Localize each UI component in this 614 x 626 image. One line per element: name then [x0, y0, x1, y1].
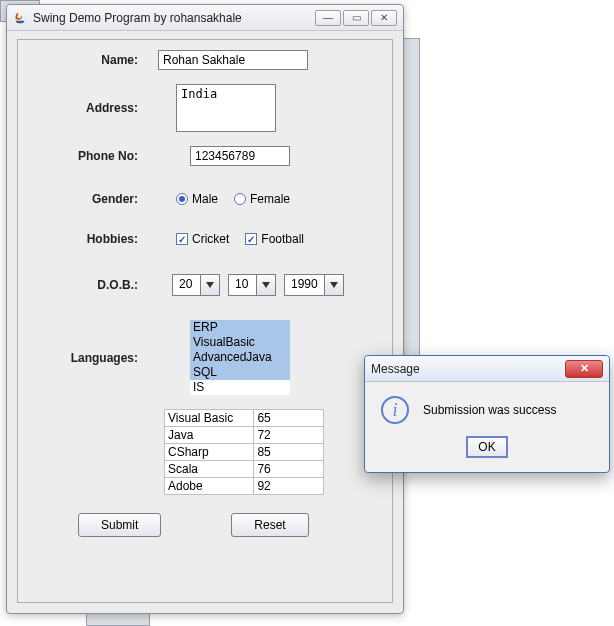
check-cricket[interactable]: ✓ Cricket	[176, 232, 229, 246]
scores-table[interactable]: Visual Basic65 Java72 CSharp85 Scala76 A…	[164, 409, 324, 495]
java-icon	[13, 11, 27, 25]
checkbox-icon: ✓	[176, 233, 188, 245]
titlebar: Swing Demo Program by rohansakhale — ▭ ✕	[7, 5, 403, 31]
dialog-titlebar: Message ✕	[365, 356, 609, 382]
dialog-close-button[interactable]: ✕	[565, 360, 603, 378]
reset-button[interactable]: Reset	[231, 513, 308, 537]
label-hobbies: Hobbies:	[18, 232, 158, 246]
window-title: Swing Demo Program by rohansakhale	[33, 11, 315, 25]
label-languages: Languages:	[18, 351, 158, 365]
table-row: Adobe92	[165, 478, 324, 494]
dob-month-value: 10	[229, 275, 257, 295]
info-icon: i	[381, 396, 409, 424]
list-item[interactable]: SQL	[190, 365, 290, 380]
name-field[interactable]	[158, 50, 308, 70]
radio-male-label: Male	[192, 192, 218, 206]
minimize-button[interactable]: —	[315, 10, 341, 26]
check-football[interactable]: ✓ Football	[245, 232, 304, 246]
main-window: Swing Demo Program by rohansakhale — ▭ ✕…	[6, 4, 404, 614]
message-dialog: Message ✕ i Submission was success OK	[364, 355, 610, 473]
dob-day-combo[interactable]: 20	[172, 274, 220, 296]
list-item[interactable]: IS	[190, 380, 290, 395]
label-address: Address:	[18, 101, 158, 115]
checkbox-icon: ✓	[245, 233, 257, 245]
chevron-down-icon	[201, 275, 219, 295]
label-phone: Phone No:	[18, 149, 158, 163]
label-dob: D.O.B.:	[18, 278, 158, 292]
table-row: Visual Basic65	[165, 410, 324, 427]
radio-icon	[234, 193, 246, 205]
label-name: Name:	[18, 53, 158, 67]
list-item[interactable]: ERP	[190, 320, 290, 335]
list-item[interactable]: VisualBasic	[190, 335, 290, 350]
dialog-text: Submission was success	[423, 403, 556, 417]
chevron-down-icon	[257, 275, 275, 295]
dob-year-combo[interactable]: 1990	[284, 274, 344, 296]
dob-month-combo[interactable]: 10	[228, 274, 276, 296]
list-item[interactable]: AdvancedJava	[190, 350, 290, 365]
label-gender: Gender:	[18, 192, 158, 206]
dob-day-value: 20	[173, 275, 201, 295]
close-button[interactable]: ✕	[371, 10, 397, 26]
table-row: Java72	[165, 427, 324, 444]
address-field[interactable]	[176, 84, 276, 132]
check-football-label: Football	[261, 232, 304, 246]
phone-field[interactable]	[190, 146, 290, 166]
radio-icon	[176, 193, 188, 205]
maximize-button[interactable]: ▭	[343, 10, 369, 26]
dob-year-value: 1990	[285, 275, 325, 295]
languages-list[interactable]: ERP VisualBasic AdvancedJava SQL IS	[190, 320, 290, 395]
dialog-title: Message	[371, 362, 565, 376]
radio-female[interactable]: Female	[234, 192, 290, 206]
radio-female-label: Female	[250, 192, 290, 206]
dialog-ok-button[interactable]: OK	[466, 436, 507, 458]
chevron-down-icon	[325, 275, 343, 295]
submit-button[interactable]: Submit	[78, 513, 161, 537]
check-cricket-label: Cricket	[192, 232, 229, 246]
table-row: Scala76	[165, 461, 324, 478]
form-panel: Name: Address: Phone No: Gender: Male	[17, 39, 393, 603]
radio-male[interactable]: Male	[176, 192, 218, 206]
table-row: CSharp85	[165, 444, 324, 461]
